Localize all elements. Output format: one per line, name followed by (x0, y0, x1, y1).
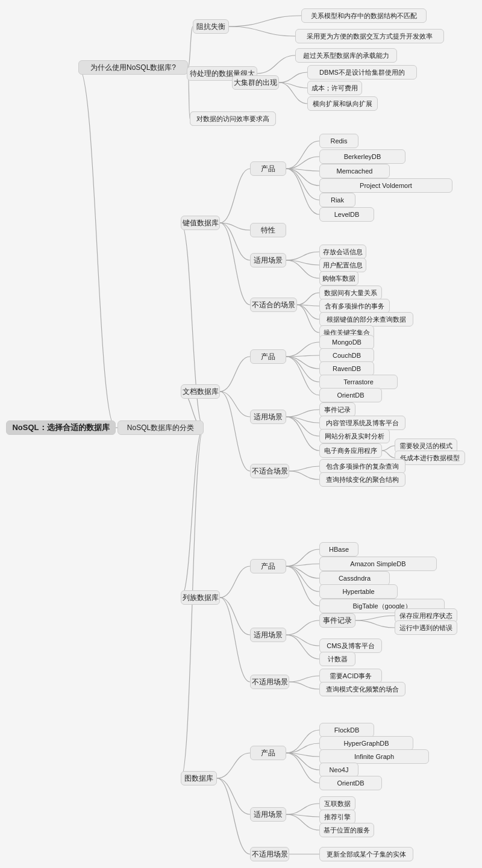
node-dbms: DBMS不是设计给集群使用的 (307, 65, 417, 80)
node-graph_loc: 基于位置的服务 (319, 823, 374, 837)
node-scale: 横向扩展和纵向扩展 (307, 96, 378, 111)
node-doc_cms: 内容管理系统及博客平台 (319, 416, 405, 430)
node-impedance: 阻抗失衡 (193, 19, 229, 34)
node-graph_update: 更新全部或某个子集的实体 (319, 847, 413, 861)
node-orientdb_doc: OrientDB (319, 388, 382, 402)
node-col_schema: 查询模式变化频繁的场合 (319, 682, 405, 696)
node-orientdb: OrientDB (319, 776, 382, 790)
node-col_acid: 需要ACID事务 (319, 669, 382, 683)
node-doc_complex: 包含多项操作的复杂查询 (319, 459, 405, 473)
node-berkeleydb: BerkerleyDB (319, 149, 405, 164)
node-kv: 键值数据库 (181, 216, 220, 230)
node-graph: 图数据库 (181, 771, 217, 785)
node-col_cms: CMS及博客平台 (319, 639, 382, 653)
node-graph_notuse: 不适用场景 (250, 847, 289, 861)
node-graph_rec: 推荐引擎 (319, 810, 355, 824)
node-doc_notuse: 不适合场景 (250, 464, 289, 478)
node-cluster: 大集群的出现 (232, 75, 279, 90)
node-deveff: 采用更为方便的数据交互方式提升开发效率 (295, 29, 444, 43)
node-cassandra: Cassdndra (319, 571, 390, 585)
node-kv_cart: 购物车数据 (319, 271, 358, 286)
node-kv_rel: 数据间有大量关系 (319, 286, 382, 300)
node-graph_prod: 产品 (250, 746, 286, 760)
node-kv_feat: 特性 (250, 223, 286, 237)
node-ravendb: RavenDB (319, 361, 374, 376)
node-col: 列族数据库 (181, 590, 220, 605)
node-mongodb: MongoDB (319, 335, 374, 349)
node-infinitegraph: Infinite Graph (319, 749, 429, 764)
mindmap-container: NoSQL：选择合适的数据库为什么使用NoSQL数据库?NoSQL数据库的分类阻… (0, 0, 482, 868)
node-simpledb: Amazon SimpleDB (319, 557, 437, 571)
node-doc_event: 事件记录 (319, 402, 355, 417)
node-couchdb: CouchDB (319, 348, 374, 363)
node-why: 为什么使用NoSQL数据库? (78, 60, 188, 75)
node-mismatch: 关系模型和内存中的数据结构不匹配 (301, 8, 427, 23)
node-doc_prod: 产品 (250, 349, 286, 364)
node-col_counter: 计数器 (319, 652, 355, 666)
node-voldemort: Project Voldemort (319, 178, 452, 193)
node-graph_linked: 互联数据 (319, 796, 355, 811)
node-kv_use: 适用场景 (250, 253, 286, 267)
node-doc_ecom: 电子商务应用程序 (319, 443, 382, 458)
node-col_runerr: 运行中遇到的错误 (395, 620, 457, 635)
node-col_use: 适用场景 (250, 628, 286, 642)
node-col_notuse: 不适用场景 (250, 675, 289, 689)
node-memcached: Memcached (319, 164, 390, 178)
node-kv_notuse: 不适合的场景 (250, 298, 297, 312)
node-hbase: HBase (319, 542, 358, 557)
node-riak: Riak (319, 193, 355, 207)
node-kv_session: 存放会话信息 (319, 245, 366, 259)
node-doc_web: 网站分析及实时分析 (319, 429, 390, 443)
node-category: NoSQL数据库的分类 (117, 420, 204, 435)
node-highaccess: 对数据的访问效率要求高 (190, 111, 276, 126)
node-kv_query: 根据键值的部分来查询数据 (319, 312, 413, 326)
node-flockdb: FlockDB (319, 723, 374, 737)
node-col_prod: 产品 (250, 559, 286, 573)
node-cost: 成本；许可费用 (307, 81, 362, 95)
node-exceed: 超过关系型数据库的承载能力 (295, 48, 397, 63)
node-leveldb: LevelDB (319, 207, 374, 222)
node-hypergraphdb: HyperGraphDB (319, 736, 413, 751)
node-kv_trans: 含有多项操作的事务 (319, 299, 390, 313)
node-doc: 文档数据库 (181, 384, 220, 399)
node-root: NoSQL：选择合适的数据库 (6, 420, 116, 435)
node-kv_prod: 产品 (250, 161, 286, 176)
node-hypertable: Hypertable (319, 584, 398, 599)
node-col_event: 事件记录 (319, 613, 355, 628)
node-neo4j: Neo4J (319, 763, 358, 777)
node-doc_use: 适用场景 (250, 410, 286, 424)
node-terrastore: Terrastore (319, 375, 398, 389)
node-doc_nested: 查询持续变化的聚合结构 (319, 472, 405, 487)
node-kv_config: 用户配置信息 (319, 258, 366, 272)
node-graph_use: 适用场景 (250, 807, 286, 822)
node-redis: Redis (319, 134, 358, 148)
